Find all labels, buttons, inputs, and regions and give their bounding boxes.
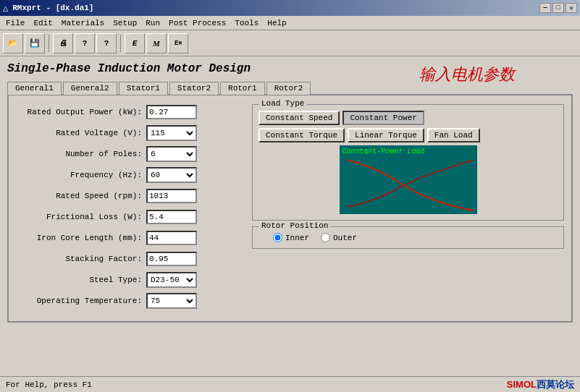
simol-logo: SIMOL西莫论坛 bbox=[507, 378, 574, 391]
tab-stator1[interactable]: Stator1 bbox=[119, 82, 168, 95]
load-buttons-row1: Constant Speed Constant Power bbox=[259, 111, 558, 125]
simol-text: SIMOL bbox=[507, 379, 537, 390]
tab-stator2[interactable]: Stator2 bbox=[169, 82, 219, 95]
row-frictional-loss: Frictional Loss (W): bbox=[16, 209, 240, 225]
main-content: Single-Phase Induction Motor Design 输入电机… bbox=[0, 56, 580, 323]
status-bar: For Help, press F1 SIMOL西莫论坛 bbox=[0, 376, 580, 392]
menu-bar: File Edit Materials Setup Run Post Proce… bbox=[0, 16, 580, 30]
load-chart-svg bbox=[340, 145, 477, 214]
label-poles: Number of Poles: bbox=[16, 150, 146, 158]
rotor-options-row: Inner Outer bbox=[259, 233, 558, 242]
label-rated-voltage: Rated Voltage (V): bbox=[16, 129, 146, 137]
menu-tools[interactable]: Tools bbox=[230, 17, 263, 29]
btn-linear-torque[interactable]: Linear Torque bbox=[348, 128, 424, 142]
minimize-button[interactable]: — bbox=[539, 3, 551, 13]
toolbar-help2[interactable]: ? bbox=[96, 33, 117, 54]
label-rated-speed: Rated Speed (rpm): bbox=[16, 192, 146, 200]
select-poles[interactable]: 6 bbox=[146, 146, 197, 162]
status-help-text: For Help, press F1 bbox=[6, 380, 92, 389]
btn-constant-speed[interactable]: Constant Speed bbox=[259, 111, 340, 125]
toolbar-em-btn[interactable]: EM bbox=[168, 33, 188, 54]
select-rated-voltage[interactable]: 115 bbox=[146, 125, 197, 141]
row-poles: Number of Poles: 6 bbox=[16, 146, 240, 162]
tab-general1[interactable]: General1 bbox=[7, 82, 62, 95]
select-frequency[interactable]: 60 bbox=[146, 167, 197, 183]
btn-constant-power[interactable]: Constant Power bbox=[342, 111, 424, 125]
load-type-group: Load Type Constant Speed Constant Power … bbox=[252, 104, 564, 221]
label-core-length: Iron Core Length (mm): bbox=[16, 234, 146, 242]
toolbar-sep1 bbox=[49, 35, 49, 52]
btn-constant-torque[interactable]: Constant Torque bbox=[259, 128, 345, 142]
window-controls: — □ ✕ bbox=[539, 3, 577, 13]
input-stacking-factor[interactable] bbox=[146, 252, 197, 266]
toolbar-help1[interactable]: ? bbox=[75, 33, 95, 54]
menu-setup[interactable]: Setup bbox=[109, 17, 141, 29]
toolbar-m-btn[interactable]: M bbox=[146, 33, 167, 54]
row-op-temp: Operating Temperature: 75 bbox=[16, 293, 240, 309]
rotor-position-label: Rotor Position bbox=[259, 221, 331, 230]
tab-general2[interactable]: General2 bbox=[63, 82, 117, 95]
select-op-temp[interactable]: 75 bbox=[146, 293, 197, 309]
rotor-outer-label: Outer bbox=[333, 234, 357, 242]
input-rated-speed[interactable] bbox=[146, 189, 197, 203]
label-frequency: Frequency (Hz): bbox=[16, 171, 146, 179]
menu-edit[interactable]: Edit bbox=[29, 17, 56, 29]
menu-post-process[interactable]: Post Process bbox=[164, 17, 230, 29]
input-core-length[interactable] bbox=[146, 231, 197, 245]
close-button[interactable]: ✕ bbox=[566, 3, 577, 13]
right-panel: Load Type Constant Speed Constant Power … bbox=[252, 104, 564, 314]
rotor-outer-radio[interactable] bbox=[321, 233, 330, 242]
toolbar-save[interactable]: 💾 bbox=[25, 33, 45, 54]
label-steel-type: Steel Type: bbox=[16, 276, 146, 284]
app-icon: △ bbox=[3, 3, 8, 14]
row-rated-speed: Rated Speed (rpm): bbox=[16, 188, 240, 204]
toolbar-open[interactable]: 📂 bbox=[3, 33, 23, 54]
title-bar: △ RMxprt - [dx.da1] — □ ✕ bbox=[0, 0, 580, 16]
rotor-inner-option[interactable]: Inner bbox=[273, 233, 309, 242]
load-buttons-row2: Constant Torque Linear Torque Fan Load bbox=[259, 128, 558, 142]
menu-materials[interactable]: Materials bbox=[57, 17, 109, 29]
menu-help[interactable]: Help bbox=[263, 17, 290, 29]
input-frictional-loss[interactable] bbox=[146, 210, 197, 224]
label-rated-power: Rated Output Power (kW): bbox=[16, 108, 146, 116]
toolbar-print[interactable]: 🖨 bbox=[53, 33, 73, 54]
select-steel-type[interactable]: D23-50 bbox=[146, 272, 197, 288]
rotor-outer-option[interactable]: Outer bbox=[321, 233, 357, 242]
window-title: RMxprt - [dx.da1] bbox=[12, 4, 93, 12]
row-frequency: Frequency (Hz): 60 bbox=[16, 167, 240, 183]
maximize-button[interactable]: □ bbox=[552, 3, 564, 13]
tab-rotor1[interactable]: Rotor1 bbox=[220, 82, 265, 95]
toolbar-sep2 bbox=[120, 35, 121, 52]
load-chart: Constant-Power Load bbox=[340, 145, 477, 214]
label-op-temp: Operating Temperature: bbox=[16, 297, 146, 305]
rotor-position-group: Rotor Position Inner Outer bbox=[252, 226, 564, 249]
rotor-inner-label: Inner bbox=[285, 234, 309, 242]
tab-rotor2[interactable]: Rotor2 bbox=[266, 82, 311, 95]
menu-run[interactable]: Run bbox=[141, 17, 164, 29]
label-frictional-loss: Frictional Loss (W): bbox=[16, 213, 146, 221]
btn-fan-load[interactable]: Fan Load bbox=[427, 128, 480, 142]
row-rated-voltage: Rated Voltage (V): 115 bbox=[16, 125, 240, 141]
row-stacking-factor: Stacking Factor: bbox=[16, 251, 240, 267]
toolbar: 📂 💾 🖨 ? ? E M EM bbox=[0, 30, 580, 56]
form-panel: Rated Output Power (kW): Rated Voltage (… bbox=[7, 94, 573, 323]
menu-file[interactable]: File bbox=[1, 17, 29, 29]
left-form: Rated Output Power (kW): Rated Voltage (… bbox=[16, 104, 240, 314]
label-stacking-factor: Stacking Factor: bbox=[16, 255, 146, 263]
toolbar-e-btn[interactable]: E bbox=[125, 33, 145, 54]
row-rated-power: Rated Output Power (kW): bbox=[16, 104, 240, 120]
load-type-label: Load Type bbox=[259, 99, 307, 108]
row-core-length: Iron Core Length (mm): bbox=[16, 230, 240, 246]
rotor-inner-radio[interactable] bbox=[273, 233, 282, 242]
chinese-label: 输入电机参数 bbox=[419, 64, 515, 85]
input-rated-power[interactable] bbox=[146, 105, 197, 119]
row-steel-type: Steel Type: D23-50 bbox=[16, 272, 240, 288]
